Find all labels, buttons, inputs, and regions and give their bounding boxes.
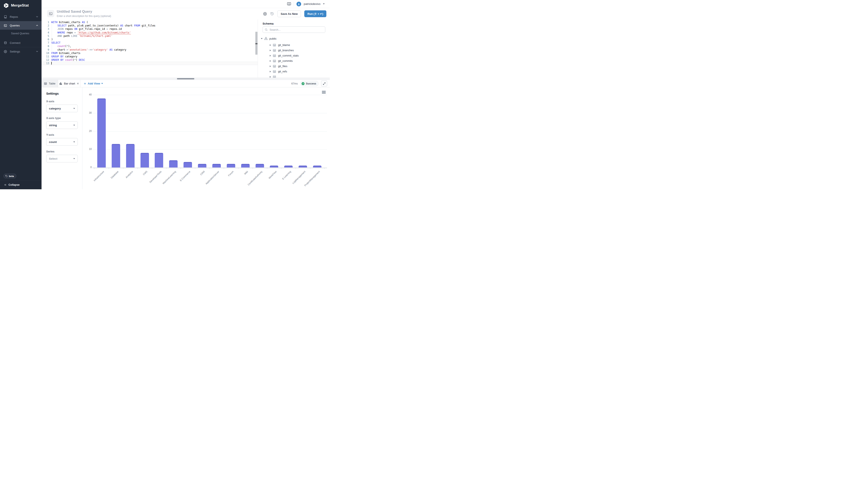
schema-table-row[interactable]: git_files: [270, 64, 330, 69]
table-name[interactable]: git_commit_stats: [278, 54, 299, 57]
book-icon: [4, 15, 7, 18]
field-label: X-axis type: [46, 116, 78, 120]
bar-CMS[interactable]: [140, 153, 149, 168]
code-line-9[interactable]: 9 chart->'annotations'->>'category' AS c…: [41, 48, 258, 51]
settings-title: Settings: [46, 92, 59, 95]
sidebar-item-repos[interactable]: Repos: [0, 13, 41, 21]
avatar[interactable]: [296, 2, 301, 6]
chart-menu-icon[interactable]: [322, 91, 326, 94]
bar-Analytics[interactable]: [126, 144, 135, 168]
gear-icon: [4, 50, 7, 53]
bar-LogManagement[interactable]: [298, 166, 307, 168]
code-line-13[interactable]: 13: [41, 62, 258, 65]
expand-button[interactable]: [321, 80, 327, 87]
expand-caret-icon[interactable]: [270, 76, 271, 78]
schema-table-row[interactable]: git_commits: [270, 58, 330, 64]
bar-MachineLearning[interactable]: [169, 160, 178, 168]
code-line-2[interactable]: 2 SELECT path, plv8_yaml_to_json(content…: [41, 24, 258, 27]
code-line-5[interactable]: 5 AND path LIKE 'bitnami/%/Chart.yaml': [41, 34, 258, 38]
table-name[interactable]: git_files: [278, 65, 288, 68]
query-history-icon[interactable]: [270, 12, 274, 16]
schema-table-row[interactable]: git_branches: [270, 48, 330, 53]
code-line-12[interactable]: 12ORDER BY count(*) DESC: [41, 58, 258, 62]
bar-E-Commerce[interactable]: [183, 162, 192, 168]
bar-E-Learning[interactable]: [284, 166, 293, 168]
bar-Database[interactable]: [112, 144, 120, 168]
bar-Forum[interactable]: [227, 164, 235, 168]
sql-editor[interactable]: 1WITH bitnami_charts AS (2 SELECT path, …: [41, 19, 258, 78]
x-axis-tick: [267, 168, 267, 169]
schema-search-box[interactable]: [263, 26, 325, 33]
code-token: AS: [82, 21, 85, 24]
logo[interactable]: MergeStat: [0, 0, 41, 8]
code-line-7[interactable]: 7SELECT: [41, 41, 258, 44]
line-number: 10: [41, 51, 51, 55]
query-settings-gear-icon[interactable]: [263, 12, 267, 16]
schema-table-row[interactable]: git_refs: [270, 69, 330, 74]
y-axis-tick-label: 10: [82, 147, 92, 150]
docs-icon[interactable]: [287, 2, 291, 6]
split-drag-handle[interactable]: [177, 78, 194, 79]
table-name[interactable]: git_commits: [278, 59, 293, 63]
table-icon: [44, 82, 47, 85]
bar-Wiki[interactable]: [241, 164, 250, 168]
schema-root-node[interactable]: public: [261, 37, 277, 40]
x-axis-type-select[interactable]: string: [46, 121, 78, 129]
table-icon: [273, 43, 276, 47]
run-button[interactable]: Run (⇧ + ↵): [304, 10, 326, 17]
schema-table-row-partial[interactable]: [270, 74, 330, 78]
tab-bar-chart[interactable]: Bar chart: [58, 80, 80, 87]
code-content: ORDER BY count(*) DESC: [51, 58, 258, 62]
expand-caret-icon[interactable]: [270, 50, 271, 51]
table-name[interactable]: git_refs: [278, 70, 287, 73]
sidebar-item-queries[interactable]: Queries: [0, 21, 41, 30]
code-line-4[interactable]: 4 WHERE repo = 'https://github.com/bitna…: [41, 31, 258, 34]
bar-WorkFlow[interactable]: [270, 166, 278, 168]
table-name[interactable]: git_blame: [278, 43, 290, 47]
schema-table-row[interactable]: git_commit_stats: [270, 53, 330, 58]
series-select[interactable]: Select: [46, 155, 78, 162]
query-description-input[interactable]: Enter a short description for this query…: [57, 15, 111, 17]
search-input[interactable]: [269, 28, 323, 31]
collapse-caret-icon[interactable]: [261, 38, 263, 39]
code-line-1[interactable]: 1WITH bitnami_charts AS (: [41, 21, 258, 24]
bar-CertificateAuthority[interactable]: [256, 164, 264, 168]
code-content: SELECT path, plv8_yaml_to_json(contents)…: [51, 24, 258, 27]
bar-ApplicationServer[interactable]: [212, 164, 221, 168]
code-line-3[interactable]: 3 JOIN repos ON git_files.repo_id = repo…: [41, 27, 258, 31]
code-line-6[interactable]: 6): [41, 38, 258, 41]
code-token: ): [51, 38, 53, 41]
field-label: X-axis: [46, 100, 78, 103]
expand-caret-icon[interactable]: [270, 44, 271, 46]
schema-table-row[interactable]: git_blame: [270, 42, 330, 48]
code-token: [76, 31, 77, 34]
code-token: (: [85, 21, 88, 24]
expand-caret-icon[interactable]: [270, 60, 271, 62]
line-number: 1: [41, 21, 51, 24]
sidebar-item-saved-queries[interactable]: Saved Queries: [0, 30, 41, 37]
bar-Infrastructure[interactable]: [97, 99, 106, 168]
line-number: 8: [41, 44, 51, 48]
expand-caret-icon[interactable]: [270, 71, 271, 73]
query-title-input[interactable]: Untitled Saved Query: [57, 10, 92, 14]
table-name[interactable]: git_branches: [278, 49, 294, 52]
y-axis-select[interactable]: count: [46, 138, 78, 146]
sidebar-item-settings[interactable]: Settings: [0, 47, 41, 56]
bar-CRM[interactable]: [198, 164, 206, 168]
collapse-button[interactable]: Collapse: [0, 180, 41, 189]
code-line-11[interactable]: 11GROUP BY category: [41, 55, 258, 58]
expand-caret-icon[interactable]: [270, 55, 271, 56]
code-line-8[interactable]: 8 count(*),: [41, 44, 258, 48]
add-view-button[interactable]: Add View: [84, 80, 103, 87]
code-line-10[interactable]: 10FROM bitnami_charts: [41, 51, 258, 55]
user-menu-caret-icon[interactable]: [323, 3, 325, 4]
expand-caret-icon[interactable]: [270, 65, 271, 67]
close-icon[interactable]: [77, 82, 79, 85]
username[interactable]: patrickdevivo: [304, 2, 320, 5]
bar-ProjectManagement[interactable]: [313, 166, 321, 168]
save-as-new-button[interactable]: Save As New: [277, 10, 301, 17]
sidebar-item-connect[interactable]: Connect: [0, 39, 41, 47]
x-axis-select[interactable]: category: [46, 105, 78, 112]
bar-DeveloperTools[interactable]: [155, 153, 163, 168]
tab-table[interactable]: Table: [41, 80, 58, 87]
